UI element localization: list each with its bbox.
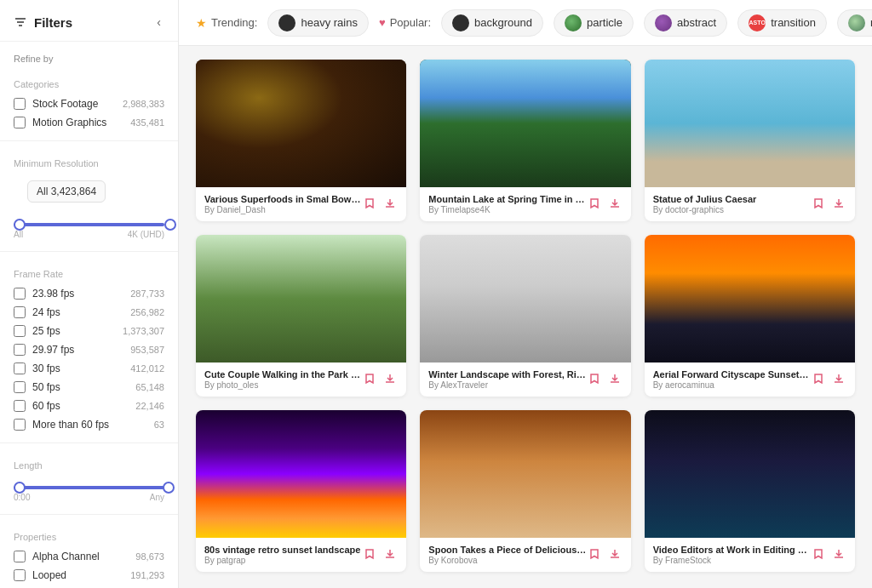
save-to-collection-button[interactable] (362, 546, 377, 563)
list-item: 23.98 fps 287,733 (0, 284, 178, 303)
length-slider-track (14, 486, 164, 489)
popular-tag-background[interactable]: background (441, 9, 543, 37)
popular-tag-abstract[interactable]: abstract (644, 9, 727, 37)
resolution-min-label: All (14, 230, 23, 239)
media-card-1[interactable]: Various Superfoods in Smal Bowls o... By… (196, 60, 406, 221)
popular-tag-label-particle: particle (587, 16, 622, 29)
stock-footage-checkbox[interactable] (14, 98, 26, 110)
fps-2997-checkbox[interactable] (14, 344, 26, 356)
download-icon (384, 373, 396, 385)
divider (0, 442, 178, 443)
trending-tag-heavy-rains[interactable]: heavy rains (267, 9, 368, 37)
fps-60plus-checkbox[interactable] (14, 419, 26, 431)
frame-rate-list: 23.98 fps 287,733 24 fps 256,982 25 fps … (0, 284, 178, 434)
fps-60plus-label: More than 60 fps (32, 419, 147, 431)
card-actions (811, 546, 846, 563)
list-item: 29.97 fps 953,587 (0, 340, 178, 359)
sidebar-title: Filters (14, 15, 72, 30)
fps-50-checkbox[interactable] (14, 381, 26, 393)
length-slider-thumb-right[interactable] (163, 482, 175, 494)
download-button[interactable] (607, 546, 622, 563)
media-card-3[interactable]: Statue of Julius Caesar By doctor-graphi… (645, 60, 855, 221)
fps-60plus-count: 63 (154, 420, 164, 430)
popular-tag-transition[interactable]: ASTO transition (737, 9, 827, 37)
card-info: Aerial Forward Cityscape Sunset Fac... B… (645, 363, 855, 397)
download-icon (833, 373, 845, 385)
list-item: Motion Graphics 435,481 (0, 113, 178, 132)
download-button[interactable] (382, 371, 398, 388)
card-thumbnail (196, 60, 406, 187)
fps-30-label: 30 fps (32, 363, 123, 374)
fps-23-label: 23.98 fps (32, 288, 123, 300)
looped-checkbox[interactable] (14, 569, 26, 581)
length-slider-container: 0:00 Any (0, 476, 178, 505)
save-to-collection-button[interactable] (811, 371, 826, 388)
save-to-collection-button[interactable] (587, 371, 602, 388)
bookmark-icon (588, 548, 600, 560)
media-card-6[interactable]: Aerial Forward Cityscape Sunset Fac... B… (645, 235, 855, 397)
media-card-9[interactable]: Video Editors at Work in Editing Ro... B… (645, 410, 855, 572)
save-to-collection-button[interactable] (362, 196, 377, 213)
card-author: By Timelapse4K (428, 205, 586, 214)
refine-label: Refine by (0, 42, 178, 71)
length-max-label: Any (150, 493, 164, 502)
bookmark-icon (588, 197, 600, 209)
download-button[interactable] (607, 196, 622, 213)
length-min-label: 0:00 (14, 493, 30, 502)
media-card-7[interactable]: 80s vintage retro sunset landscape By pa… (196, 410, 406, 572)
trending-section: ★ Trending: (196, 16, 257, 30)
download-button[interactable] (831, 196, 846, 213)
sidebar-collapse-button[interactable]: ‹ (153, 14, 164, 31)
download-button[interactable] (382, 196, 398, 213)
length-slider-thumb-left[interactable] (14, 482, 26, 494)
fps-30-count: 412,012 (130, 363, 164, 374)
download-button[interactable] (607, 371, 622, 388)
alpha-channel-checkbox[interactable] (14, 551, 26, 562)
fps-25-label: 25 fps (32, 325, 116, 337)
card-thumbnail (196, 410, 406, 538)
fps-60-checkbox[interactable] (14, 400, 26, 412)
fps-23-checkbox[interactable] (14, 288, 26, 300)
card-info: Spoon Takes a Piece of Delicious Str... … (420, 538, 630, 572)
list-item: Stock Footage 2,988,383 (0, 94, 178, 113)
media-card-2[interactable]: Mountain Lake at Spring Time in Ba... By… (420, 60, 630, 221)
save-to-collection-button[interactable] (587, 196, 602, 213)
save-to-collection-button[interactable] (811, 196, 826, 213)
card-actions (587, 196, 622, 213)
card-info: Winter Landscape with Forest, River,... … (420, 363, 630, 397)
list-item: 25 fps 1,373,307 (0, 322, 178, 340)
media-card-4[interactable]: Cute Couple Walking in the Park or ... B… (196, 235, 406, 397)
popular-tag-particle[interactable]: particle (554, 9, 634, 37)
tag-circle-particle (565, 14, 582, 31)
card-title: Spoon Takes a Piece of Delicious Str... (428, 545, 586, 555)
card-author: By AlexTraveler (428, 380, 586, 390)
fps-25-checkbox[interactable] (14, 325, 26, 337)
properties-label: Properties (0, 523, 178, 547)
save-to-collection-button[interactable] (811, 546, 826, 563)
download-button[interactable] (382, 546, 398, 563)
card-info: Statue of Julius Caesar By doctor-graphi… (645, 187, 855, 221)
resolution-slider-thumb-left[interactable] (14, 219, 26, 231)
save-to-collection-button[interactable] (362, 371, 377, 388)
motion-graphics-count: 435,481 (130, 117, 164, 128)
looped-count: 191,293 (130, 570, 164, 580)
card-text: Video Editors at Work in Editing Ro... B… (653, 545, 811, 565)
save-to-collection-button[interactable] (587, 546, 602, 563)
fps-30-checkbox[interactable] (14, 363, 26, 374)
media-card-8[interactable]: Spoon Takes a Piece of Delicious Str... … (420, 410, 630, 572)
resolution-slider-thumb-right[interactable] (164, 219, 176, 231)
fps-24-checkbox[interactable] (14, 306, 26, 318)
motion-graphics-checkbox[interactable] (14, 117, 26, 128)
download-button[interactable] (831, 371, 846, 388)
star-icon: ★ (196, 16, 207, 30)
resolution-label: Minimum Resolution (0, 150, 178, 174)
media-card-5[interactable]: Winter Landscape with Forest, River,... … (420, 235, 630, 397)
popular-tag-rain[interactable]: rain (837, 9, 872, 37)
card-thumbnail (420, 235, 630, 363)
tag-circle-background (452, 14, 469, 31)
fps-2997-label: 29.97 fps (32, 344, 123, 356)
fps-23-count: 287,733 (130, 288, 164, 299)
main-content: ★ Trending: heavy rains ♥ Popular: backg… (179, 0, 872, 588)
download-button[interactable] (831, 546, 846, 563)
card-author: By patgrap (204, 556, 362, 565)
